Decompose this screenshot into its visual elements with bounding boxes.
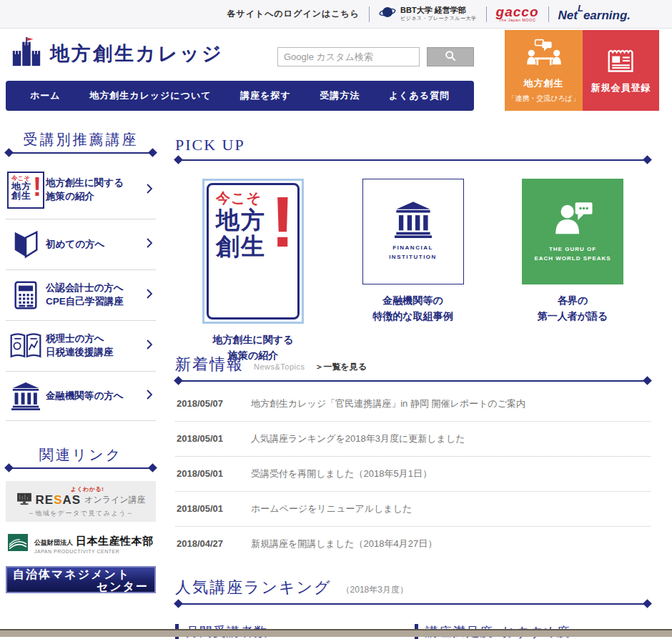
- divider: [548, 6, 549, 22]
- page: 各サイトへのログインはこちら BBT大学 経営学部 ビジネス・ブレークスルー大学…: [0, 0, 672, 639]
- news-more-link[interactable]: ＞一覧を見る: [315, 361, 367, 373]
- news-text: 地方創生カレッジ「官民連携講座」in 静岡 開催レポートのご案内: [251, 397, 525, 410]
- hiroba-sublabel: 「連携・交流ひろば」: [508, 94, 580, 104]
- bbt-logo-text: BBT大学 経営学部: [400, 6, 476, 15]
- diamond-rule: [6, 465, 156, 471]
- sidebar-item-beginner[interactable]: 初めての方へ: [6, 219, 156, 270]
- guru-card-text: THE GURU OF EACH WORLD SPEAKS: [534, 245, 611, 264]
- register-button[interactable]: 新規会員登録: [583, 30, 659, 111]
- chevron-right-icon: [146, 183, 153, 197]
- nav-item-about[interactable]: 地方創生カレッジについて: [89, 89, 211, 102]
- divider: [369, 6, 370, 22]
- jpc-subtext: JAPAN PRODUCTIVITY CENTER: [34, 549, 154, 554]
- guru-card-image: THE GURU OF EACH WORLD SPEAKS: [522, 179, 623, 284]
- bbt-globe-icon: [379, 4, 396, 24]
- meeting-icon: [525, 38, 563, 74]
- jpc-banner[interactable]: 公益財団法人 日本生産性本部 JAPAN PRODUCTIVITY CENTER: [6, 532, 156, 556]
- news-date: 2018/04/27: [177, 538, 251, 549]
- news-section: 新着情報 News&Topics ＞一覧を見る 2018/05/07 地方創生カ…: [175, 354, 651, 561]
- register-label: 新規会員登録: [591, 81, 651, 94]
- resas-tagline: よくわかる!: [71, 486, 104, 492]
- pickup-cards: 今こそ 地方 創生 ! 地方創生に関する 施策の紹介: [175, 179, 651, 324]
- nav-item-courses[interactable]: 講座を探す: [240, 89, 291, 102]
- nav-item-faq[interactable]: よくある質問: [389, 89, 450, 102]
- hiroba-label: 地方創生: [524, 77, 564, 90]
- news-list: 2018/05/07 地方創生カレッジ「官民連携講座」in 静岡 開催レポートの…: [175, 387, 651, 561]
- related-links-heading: 関連リンク: [6, 445, 156, 465]
- calculator-icon: [6, 280, 46, 310]
- site-title: 地方創生カレッジ: [50, 41, 224, 66]
- jpc-prefix: 公益財団法人: [34, 538, 73, 548]
- news-text: 人気講座ランキングを2018年3月度に更新しました: [251, 432, 465, 445]
- news-item[interactable]: 2018/05/01 受講受付を再開しました（2018年5月1日）: [175, 457, 651, 492]
- sidebar-item-label: 金融機関等の方へ: [46, 390, 146, 403]
- sidebar-heading: 受講別推薦講座: [6, 130, 156, 149]
- resas-logo-text: RESAS: [36, 493, 81, 507]
- news-item[interactable]: 2018/05/01 ホームページをリニューアルしました: [175, 492, 651, 527]
- castle-icon: [10, 36, 43, 71]
- diamond-rule: [175, 600, 651, 607]
- newspaper-icon: [606, 46, 637, 78]
- monitor-icon: [16, 492, 32, 508]
- diamond-rule: [6, 149, 156, 156]
- news-subtitle: News&Topics: [254, 362, 305, 371]
- news-date: 2018/05/01: [177, 503, 251, 514]
- hiroba-button[interactable]: 地方創生 「連携・交流ひろば」: [505, 30, 583, 111]
- pickup-card-guru[interactable]: THE GURU OF EACH WORLD SPEAKS 各界の 第一人者が語…: [522, 179, 623, 324]
- imakoso-badge-icon: 今こそ 地方 創生 !: [6, 172, 46, 209]
- nav-item-home[interactable]: ホーム: [30, 89, 61, 102]
- card-caption: 金融機関等の 特徴的な取組事例: [362, 293, 464, 324]
- diamond-rule: [175, 157, 651, 163]
- chevron-right-icon: [146, 389, 153, 403]
- site-logo[interactable]: 地方創生カレッジ: [10, 36, 224, 71]
- search-icon: [444, 49, 457, 65]
- news-date: 2018/05/01: [177, 468, 251, 479]
- speaker-icon: [549, 199, 596, 242]
- gacco-logo-text: gacco: [496, 5, 539, 19]
- resas-banner[interactable]: よくわかる! RESAS オンライン講座 ～地域をデータで見てみよう～: [6, 481, 156, 522]
- jpc-name: 日本生産性本部: [76, 535, 154, 548]
- pickup-card-finance[interactable]: FINANCIAL INSTITUTION 金融機関等の 特徴的な取組事例: [362, 179, 464, 324]
- pickup-heading: PICK UP: [175, 136, 651, 154]
- news-date: 2018/05/07: [177, 398, 251, 409]
- news-text: ホームページをリニューアルしました: [251, 502, 412, 515]
- sidebar-item-policy[interactable]: 今こそ 地方 創生 ! 地方創生に関する 施策の紹介: [6, 162, 156, 219]
- divider: [486, 6, 487, 22]
- resas-suffix: オンライン講座: [84, 495, 145, 505]
- login-link[interactable]: 各サイトへのログインはこちら: [227, 8, 360, 20]
- news-item[interactable]: 2018/04/27 新規講座を開講しました（2018年4月27日）: [175, 527, 651, 561]
- nav-item-howto[interactable]: 受講方法: [320, 89, 360, 102]
- financial-card-text: FINANCIAL INSTITUTION: [389, 244, 437, 262]
- sidebar-item-finance[interactable]: 金融機関等の方へ: [6, 372, 156, 421]
- bank-icon: [392, 201, 434, 241]
- window-frame-bottom: [0, 629, 672, 637]
- chevron-right-icon: [146, 237, 153, 252]
- jichitai-banner[interactable]: 自治体マネジメント センター: [6, 566, 156, 593]
- news-text: 新規講座を開講しました（2018年4月27日）: [251, 538, 437, 550]
- pickup-card-policy[interactable]: 今こそ 地方 創生 ! 地方創生に関する 施策の紹介: [202, 179, 304, 324]
- pickup-section: PICK UP 今こそ 地方 創生 ! 地方創生に関する 施策の紹介: [175, 136, 651, 324]
- ranking-heading: 人気講座ランキング: [175, 577, 332, 598]
- sidebar-item-tax[interactable]: 税理士の方へ 日税連後援講座: [6, 321, 156, 372]
- bbt-university-logo[interactable]: BBT大学 経営学部 ビジネス・ブレークスルー大学: [379, 4, 476, 24]
- gacco-logo[interactable]: gacco The Japan MOOC: [496, 5, 539, 23]
- news-item[interactable]: 2018/05/07 地方創生カレッジ「官民連携講座」in 静岡 開催レポートの…: [175, 387, 651, 422]
- sidebar: 受講別推薦講座 今こそ 地方 創生 ! 地方創生に関する 施策の紹介: [6, 130, 156, 593]
- main-content: PICK UP 今こそ 地方 創生 ! 地方創生に関する 施策の紹介: [175, 136, 651, 639]
- tax-book-icon: [6, 331, 46, 361]
- bank-icon: [6, 382, 46, 410]
- news-date: 2018/05/01: [177, 433, 251, 444]
- bbt-logo-subtext: ビジネス・ブレークスルー大学: [400, 15, 476, 22]
- jichitai-line1: 自治体マネジメント: [13, 568, 130, 580]
- related-links: 関連リンク よくわかる! RESAS オンライン講座 ～地域をデータで見てみよう…: [6, 445, 156, 593]
- search-input[interactable]: [277, 47, 420, 66]
- gacco-logo-subtext: The Japan MOOC: [496, 19, 539, 23]
- netlearning-logo[interactable]: NetLearning.: [558, 6, 631, 23]
- sidebar-item-label: 初めての方へ: [46, 238, 146, 252]
- search-button[interactable]: [427, 47, 474, 66]
- sidebar-item-cpa[interactable]: 公認会計士の方へ CPE自己学習講座: [6, 270, 156, 321]
- news-item[interactable]: 2018/05/01 人気講座ランキングを2018年3月度に更新しました: [175, 422, 651, 457]
- sidebar-item-label: 公認会計士の方へ CPE自己学習講座: [46, 282, 146, 309]
- chevron-right-icon: [146, 339, 153, 353]
- sidebar-menu: 今こそ 地方 創生 ! 地方創生に関する 施策の紹介 初めての方へ: [6, 162, 156, 421]
